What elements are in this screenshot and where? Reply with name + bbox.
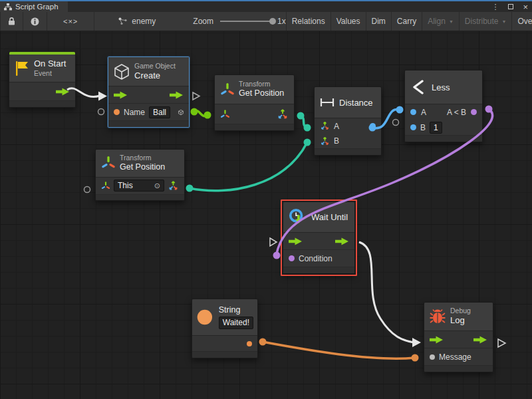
vector3-output-port[interactable] [168,180,179,192]
zoom-level-value: 1x [277,17,286,26]
output-label: A < B [447,108,466,117]
gameobject-output-port[interactable] [178,107,184,118]
object-input-port[interactable] [430,354,435,360]
overview-button[interactable]: Overview [512,12,532,31]
node-less[interactable]: Less A A < B B 1 [404,70,483,142]
node-title: Get Position [239,88,284,99]
info-button[interactable] [23,12,47,31]
b-value-field[interactable]: 1 [430,122,442,134]
target-value-field[interactable]: This ⊙ [114,180,164,192]
carry-label: Carry [397,17,416,26]
graph-canvas[interactable]: On Start Event Game Object Create [0,31,532,399]
zoom-slider[interactable] [220,21,275,22]
string-value-field[interactable]: Waited! [219,317,253,329]
flow-input-port[interactable] [430,336,444,344]
port-label: A [421,108,426,117]
flow-output-port[interactable] [170,91,184,99]
string-input-port[interactable] [114,109,120,115]
node-category: Game Object [134,62,176,70]
window-close-icon[interactable]: × [523,2,528,12]
values-button[interactable]: Values [331,12,366,31]
tab-title: Script Graph [15,3,59,11]
graph-reference-icon [118,17,128,25]
node-footer [405,136,482,142]
node-title: String [219,305,253,316]
node-title: Log [450,315,471,326]
float-input-port[interactable] [410,124,416,130]
node-on-start[interactable]: On Start Event [9,51,76,108]
flow-output-port[interactable] [473,336,487,344]
node-category: Debug [450,307,471,315]
unconnected-port-circle [84,187,90,193]
wire-getposition-bottom-to-distance-b[interactable] [186,139,311,192]
wire-wait-to-log[interactable] [359,242,421,347]
flow-input-port[interactable] [114,91,128,99]
flow-output-port[interactable] [56,88,70,96]
node-get-position-top[interactable]: Transform Get Position [214,74,295,131]
object-picker-icon[interactable]: ⊙ [154,182,160,190]
transform-icon [220,82,235,98]
float-input-port[interactable] [410,109,416,115]
flow-continuation-triangle [498,339,505,347]
wire-string-to-log-message[interactable] [259,338,419,362]
node-subtitle: Event [34,69,66,78]
node-title: Get Position [120,162,165,173]
window-maximize-icon[interactable] [508,4,513,9]
node-footer [9,101,75,107]
code-preview-button[interactable]: <×> [47,12,94,31]
overview-label: Overview [517,17,532,26]
node-distance[interactable]: Distance A B [314,86,382,156]
node-footer [108,121,189,127]
string-output-port[interactable] [247,341,252,346]
node-log[interactable]: Debug Log Message [424,302,493,372]
node-create[interactable]: Game Object Create Name Ball [108,57,190,128]
bool-output-port[interactable] [471,109,477,115]
align-button: Align▼ [422,12,460,31]
tab-script-graph[interactable]: Script Graph [0,1,68,12]
transform-input-port[interactable] [220,109,230,120]
graph-name-label: enemy [132,17,156,26]
transform-icon [101,155,116,171]
wire-create-to-getposition[interactable] [191,108,211,119]
lock-icon [8,17,15,25]
selection-highlight [281,200,357,276]
float-output-port[interactable] [370,123,376,129]
name-value-field[interactable]: Ball [149,106,170,118]
node-title: Distance [339,98,373,108]
lock-button[interactable] [0,12,23,31]
script-graph-window: Script Graph ⋮ × <×> [0,0,532,399]
vector3-output-port[interactable] [277,108,289,120]
node-title: On Start [34,59,66,69]
chevron-down-icon: ▼ [502,19,507,24]
window-controls: ⋮ × [491,1,528,12]
dim-button[interactable]: Dim [366,12,392,31]
flow-continuation-triangle [270,238,277,246]
flag-icon [15,61,29,76]
port-label: B [334,136,339,146]
relations-button[interactable]: Relations [286,12,331,31]
node-title: Less [432,82,450,92]
tab-bar: Script Graph ⋮ × [0,1,532,12]
node-string[interactable]: String Waited! [192,299,258,358]
node-footer [96,195,184,200]
node-title: Create [134,70,176,81]
vector3-input-port[interactable] [320,121,330,131]
align-label: Align [428,17,446,26]
wire-getposition-top-to-distance-a[interactable] [297,112,311,132]
target-value: This [118,181,133,190]
toolbar-right-group: Relations Values Dim Carry Align▼ Distri… [286,12,532,31]
transform-input-port[interactable] [101,181,110,191]
node-category: Transform [120,154,165,162]
distribute-label: Distribute [465,17,499,26]
info-icon [31,17,39,26]
vector3-input-port[interactable] [320,136,330,146]
chevron-down-icon: ▼ [449,19,454,24]
carry-button[interactable]: Carry [392,12,422,31]
window-menu-icon[interactable]: ⋮ [491,3,499,11]
zoom-slider-handle[interactable] [269,18,276,25]
relations-label: Relations [292,17,325,26]
node-category: Transform [239,80,284,88]
flow-continuation-triangle [193,92,200,100]
node-get-position-bottom[interactable]: Transform Get Position This ⊙ [95,149,185,201]
node-footer [315,149,381,155]
